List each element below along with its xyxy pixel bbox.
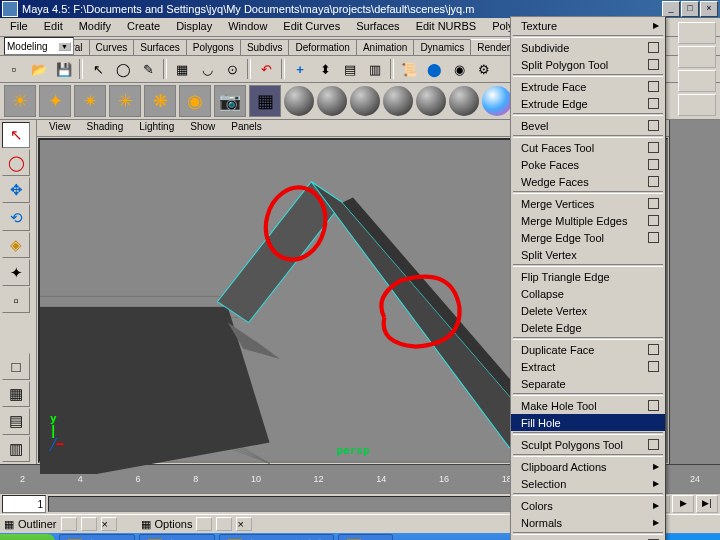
menu-item-make-hole-tool[interactable]: Make Hole Tool — [511, 397, 665, 414]
blinn-icon[interactable] — [317, 86, 347, 116]
taskbar-task[interactable]: 建筑教程 — [59, 534, 135, 540]
select-tool[interactable]: ↖ — [2, 122, 30, 148]
lambert-icon[interactable] — [284, 86, 314, 116]
ipr-icon[interactable]: ◉ — [447, 57, 471, 81]
output-icon[interactable]: ▥ — [363, 57, 387, 81]
construction-history-icon[interactable]: 📜 — [397, 57, 421, 81]
lasso-tool[interactable]: ◯ — [2, 149, 30, 175]
vp-menu-shading[interactable]: Shading — [79, 120, 132, 136]
hypershade-icon[interactable]: ▦ — [249, 85, 281, 117]
snap-point-icon[interactable]: ⊙ — [220, 57, 244, 81]
menu-file[interactable]: File — [2, 18, 36, 36]
vp-menu-show[interactable]: Show — [182, 120, 223, 136]
hierarchy-icon[interactable]: ⬍ — [313, 57, 337, 81]
taskbar-task[interactable]: 建筑教程 — [139, 534, 215, 540]
menu-window[interactable]: Window — [220, 18, 275, 36]
shelf-tab-subdivs[interactable]: Subdivs — [240, 39, 290, 55]
menu-item-sculpt-polygons-tool[interactable]: Sculpt Polygons Tool — [511, 436, 665, 453]
menu-display[interactable]: Display — [168, 18, 220, 36]
menu-item-cut-faces-tool[interactable]: Cut Faces Tool — [511, 139, 665, 156]
menu-item-delete-edge[interactable]: Delete Edge — [511, 319, 665, 336]
point-light-icon[interactable]: ✳ — [109, 85, 141, 117]
menu-surfaces[interactable]: Surfaces — [348, 18, 407, 36]
lasso-icon[interactable]: ◯ — [111, 57, 135, 81]
minimize-button[interactable]: _ — [662, 1, 680, 17]
menu-item-delete-vertex[interactable]: Delete Vertex — [511, 302, 665, 319]
system-tray[interactable]: 🛡 20:36 — [663, 534, 720, 540]
select-icon[interactable]: ↖ — [86, 57, 110, 81]
menu-edit-curves[interactable]: Edit Curves — [275, 18, 348, 36]
four-view-icon[interactable]: ▦ — [2, 381, 30, 407]
plus-icon[interactable]: + — [288, 57, 312, 81]
right-tool-3[interactable] — [678, 70, 716, 92]
snap-curve-icon[interactable]: ◡ — [195, 57, 219, 81]
shelf-tab-deformation[interactable]: Deformation — [288, 39, 356, 55]
start-button[interactable]: ⊞开始 — [0, 534, 55, 540]
shelf-tab-animation[interactable]: Animation — [356, 39, 414, 55]
render-globals-icon[interactable]: ⚙ — [472, 57, 496, 81]
directional-light-icon[interactable]: ✴ — [74, 85, 106, 117]
menu-item-bevel[interactable]: Bevel — [511, 117, 665, 134]
taskbar-task[interactable]: 建筑教程 - 记事本 — [219, 534, 334, 540]
menu-item-selection[interactable]: Selection▶ — [511, 475, 665, 492]
spotlight2-icon[interactable]: ✦ — [39, 85, 71, 117]
menu-item-fill-hole[interactable]: Fill Hole — [511, 414, 665, 431]
menu-item-split-vertex[interactable]: Split Vertex — [511, 246, 665, 263]
menu-item-extrude-face[interactable]: Extrude Face — [511, 78, 665, 95]
menu-create[interactable]: Create — [119, 18, 168, 36]
menu-item-colors[interactable]: Colors▶ — [511, 497, 665, 514]
save-icon[interactable]: 💾 — [52, 57, 76, 81]
taskbar-task[interactable]: May — [338, 534, 393, 540]
right-tool-4[interactable] — [678, 94, 716, 116]
menu-item-move-component[interactable]: Move Component — [511, 536, 665, 540]
menu-item-merge-vertices[interactable]: Merge Vertices — [511, 195, 665, 212]
shelf-tab-polygons[interactable]: Polygons — [186, 39, 241, 55]
menu-item-clipboard-actions[interactable]: Clipboard Actions▶ — [511, 458, 665, 475]
play-back-button[interactable]: ▶ — [672, 495, 694, 513]
maximize-button[interactable]: □ — [681, 1, 699, 17]
menu-modify[interactable]: Modify — [71, 18, 119, 36]
camera-icon[interactable]: 📷 — [214, 85, 246, 117]
shelf-tab-dynamics[interactable]: Dynamics — [413, 39, 471, 55]
menu-item-wedge-faces[interactable]: Wedge Faces — [511, 173, 665, 190]
menu-item-separate[interactable]: Separate — [511, 375, 665, 392]
last-tool[interactable]: ▫ — [2, 287, 30, 313]
menu-item-extract[interactable]: Extract — [511, 358, 665, 375]
menu-item-flip-triangle-edge[interactable]: Flip Triangle Edge — [511, 268, 665, 285]
spotlight-icon[interactable]: ☀ — [4, 85, 36, 117]
history-icon[interactable]: ↶ — [254, 57, 278, 81]
range-start-field[interactable] — [2, 495, 46, 513]
vp-menu-lighting[interactable]: Lighting — [131, 120, 182, 136]
menu-item-extrude-edge[interactable]: Extrude Edge — [511, 95, 665, 112]
vp-menu-view[interactable]: View — [41, 120, 79, 136]
menu-item-normals[interactable]: Normals▶ — [511, 514, 665, 531]
menu-edit[interactable]: Edit — [36, 18, 71, 36]
open-icon[interactable]: 📂 — [27, 57, 51, 81]
menu-item-poke-faces[interactable]: Poke Faces — [511, 156, 665, 173]
phonge-icon[interactable] — [383, 86, 413, 116]
shelf-tab-curves[interactable]: Curves — [89, 39, 135, 55]
right-tool-1[interactable] — [678, 22, 716, 44]
close-button[interactable]: × — [700, 1, 718, 17]
snap-grid-icon[interactable]: ▦ — [170, 57, 194, 81]
paint-select-icon[interactable]: ✎ — [136, 57, 160, 81]
menu-item-collapse[interactable]: Collapse — [511, 285, 665, 302]
ramp-shader-icon[interactable] — [482, 86, 512, 116]
channel-box[interactable] — [669, 120, 720, 464]
mode-selector[interactable]: Modeling — [4, 37, 74, 55]
rotate-tool[interactable]: ⟲ — [2, 204, 30, 230]
layout-2-icon[interactable]: ▥ — [2, 436, 30, 462]
options-label[interactable]: Options — [155, 518, 193, 530]
phong-icon[interactable] — [350, 86, 380, 116]
menu-item-texture[interactable]: Texture▶ — [511, 17, 665, 34]
menu-edit-nurbs[interactable]: Edit NURBS — [408, 18, 485, 36]
single-perspective-icon[interactable]: □ — [2, 353, 30, 379]
play-fwd-button[interactable]: ▶| — [696, 495, 718, 513]
render-icon[interactable]: ⬤ — [422, 57, 446, 81]
anisotropic-icon[interactable] — [416, 86, 446, 116]
menu-item-split-polygon-tool[interactable]: Split Polygon Tool — [511, 56, 665, 73]
outliner-label[interactable]: Outliner — [18, 518, 57, 530]
move-tool[interactable]: ✥ — [2, 177, 30, 203]
input-icon[interactable]: ▤ — [338, 57, 362, 81]
right-tool-2[interactable] — [678, 46, 716, 68]
